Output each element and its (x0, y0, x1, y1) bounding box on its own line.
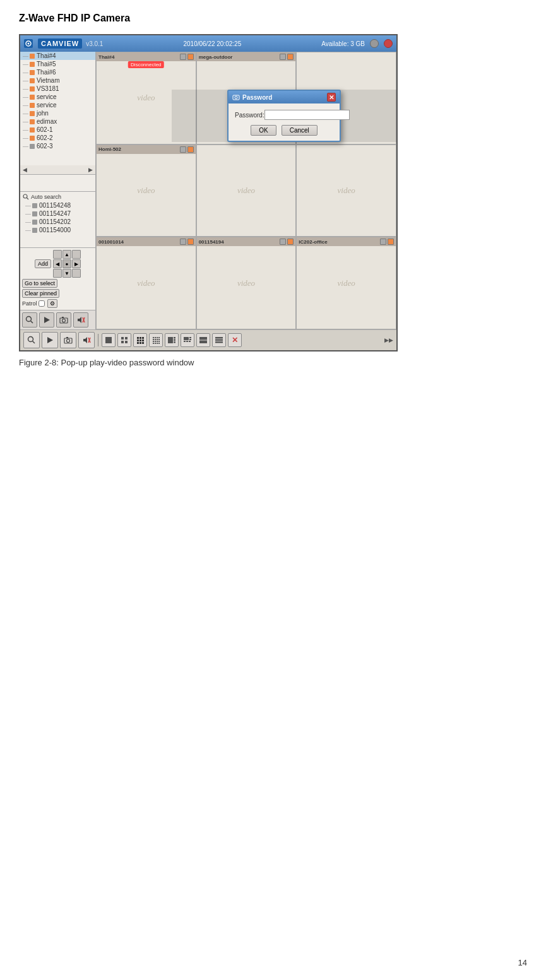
camera-name: 602-1 (37, 126, 53, 133)
add-button[interactable]: Add (35, 259, 51, 268)
layout-2x2-button[interactable] (117, 333, 131, 347)
cell-buttons (180, 146, 194, 153)
patrol-checkbox[interactable] (39, 300, 45, 307)
ok-button[interactable]: OK (251, 125, 276, 136)
video-watermark: video (137, 278, 155, 288)
list-item[interactable]: — service (20, 101, 95, 109)
list-item[interactable]: — 001154248 (23, 201, 93, 210)
cell-record-button[interactable] (280, 239, 286, 245)
layout-close-button[interactable]: ✕ (228, 333, 242, 347)
app-screenshot: CAMVIEW v3.0.1 2010/06/22 20:02:25 Avail… (19, 34, 398, 351)
list-item[interactable]: — 602-3 (20, 142, 95, 150)
snapshot-button[interactable] (56, 312, 71, 328)
clear-pinned-button[interactable]: Clear pinned (22, 289, 59, 298)
mute-icon (76, 316, 85, 324)
cell-header-ic202-office: IC202-office (297, 237, 396, 246)
search-icon (23, 194, 29, 200)
play-button[interactable] (39, 312, 54, 328)
nav-up-button[interactable]: ▲ (62, 250, 71, 259)
layout-rows3-button[interactable] (212, 333, 226, 347)
camera-name: 602-2 (37, 134, 53, 141)
list-item[interactable]: — Vietnam (20, 76, 95, 85)
cell-record-button[interactable] (380, 239, 386, 245)
dialog-body: Password: OK Cancel (228, 103, 340, 141)
list-item[interactable]: — john (20, 109, 95, 117)
cam-status-icon (30, 95, 35, 100)
camera-name: Thai#5 (37, 61, 56, 68)
bottom-toolbar: ✕ ▶▶ (20, 329, 396, 350)
nav-right-button[interactable]: ▶ (72, 259, 81, 268)
nav-center-button[interactable]: ● (62, 259, 71, 268)
cell-buttons (380, 239, 394, 245)
cell-buttons (180, 54, 194, 60)
list-item[interactable]: — edimax (20, 117, 95, 126)
cell-status-button[interactable] (388, 239, 394, 245)
minimize-button[interactable] (370, 39, 379, 48)
title-bar-left: CAMVIEW v3.0.1 (24, 38, 103, 49)
layout-1x1-button[interactable] (102, 333, 116, 347)
page-title: Z-Wave FHD IP Camera (19, 13, 527, 24)
cell-record-button[interactable] (180, 146, 186, 153)
layout-1plus5-button[interactable] (165, 333, 179, 347)
cell-status-button[interactable] (187, 54, 194, 60)
cell-record-button[interactable] (180, 239, 186, 245)
nav-up-left (53, 250, 62, 259)
cam-status-icon (30, 136, 35, 141)
mute-button[interactable] (73, 312, 88, 328)
search-toolbar-button[interactable] (23, 332, 40, 348)
layout-3x3-button[interactable] (133, 333, 147, 347)
list-item[interactable]: — 602-2 (20, 134, 95, 142)
auto-search-list[interactable]: — 001154248 — 001154247 — 001154202 (23, 201, 93, 245)
password-input[interactable] (264, 110, 350, 120)
layout-rows2-button[interactable] (196, 333, 210, 347)
search-tool-button[interactable] (22, 312, 37, 328)
mute-toolbar-button[interactable] (78, 332, 95, 348)
list-item[interactable]: — Thai#4 (20, 52, 95, 60)
dialog-close-button[interactable]: ✕ (327, 93, 336, 102)
video-cell-empty-1-1: video (196, 145, 297, 237)
scroll-right-arrow[interactable]: ▶ (88, 167, 93, 173)
layout-2plus6-button[interactable] (181, 333, 194, 347)
camera-name: edimax (37, 118, 57, 125)
cam-status-icon (30, 127, 35, 133)
cell-buttons (280, 239, 294, 245)
sidebar-controls: Add ▲ ◀ ● ▶ ▼ Go to select C (20, 248, 95, 310)
list-item[interactable]: — 001154247 (23, 210, 93, 218)
camera-list-scroll[interactable]: — Thai#4 — Thai#5 — Thai#6 (20, 52, 95, 165)
snapshot-toolbar-button[interactable] (60, 332, 76, 348)
cell-status-button[interactable] (287, 239, 294, 245)
cell-record-button[interactable] (280, 54, 286, 60)
list-item[interactable]: — VS3181 (20, 85, 95, 93)
go-to-select-button[interactable]: Go to select (22, 279, 57, 288)
nav-down-button[interactable]: ▼ (62, 269, 71, 278)
list-item[interactable]: — Thai#5 (20, 60, 95, 68)
nav-up-right (72, 250, 81, 259)
list-item[interactable]: — 001154000 (23, 226, 93, 234)
cell-status-button[interactable] (187, 146, 194, 153)
list-item[interactable]: — 602-1 (20, 126, 95, 134)
video-cell-homi502: Homi-502 video (96, 145, 196, 237)
cell-status-button[interactable] (287, 54, 294, 60)
cancel-button[interactable]: Cancel (282, 125, 318, 136)
cell-record-button[interactable] (180, 54, 186, 60)
cell-status-button[interactable] (187, 239, 194, 245)
scroll-left-arrow[interactable]: ◀ (23, 167, 27, 173)
video-cell-001001014: 001001014 video (96, 237, 196, 329)
svg-marker-11 (78, 317, 81, 323)
play-toolbar-button[interactable] (42, 332, 58, 348)
camera-name: service (37, 93, 57, 100)
list-item[interactable]: — 001154202 (23, 218, 93, 226)
list-item[interactable]: — service (20, 93, 95, 101)
svg-point-5 (27, 317, 32, 322)
sidebar: — Thai#4 — Thai#5 — Thai#6 (20, 52, 96, 329)
cell-title: Homi-502 (98, 146, 121, 152)
cell-title: Thai#4 (98, 54, 114, 60)
svg-rect-21 (66, 337, 68, 338)
layout-4x4-button[interactable] (149, 333, 163, 347)
cell-header-mega-outdoor: mega-outdoor (197, 52, 296, 61)
nav-left-button[interactable]: ◀ (53, 259, 62, 268)
close-button[interactable] (384, 39, 393, 48)
list-item[interactable]: — Thai#6 (20, 68, 95, 76)
patrol-settings-button[interactable]: ⚙ (47, 299, 57, 308)
camera-name: service (37, 102, 57, 109)
